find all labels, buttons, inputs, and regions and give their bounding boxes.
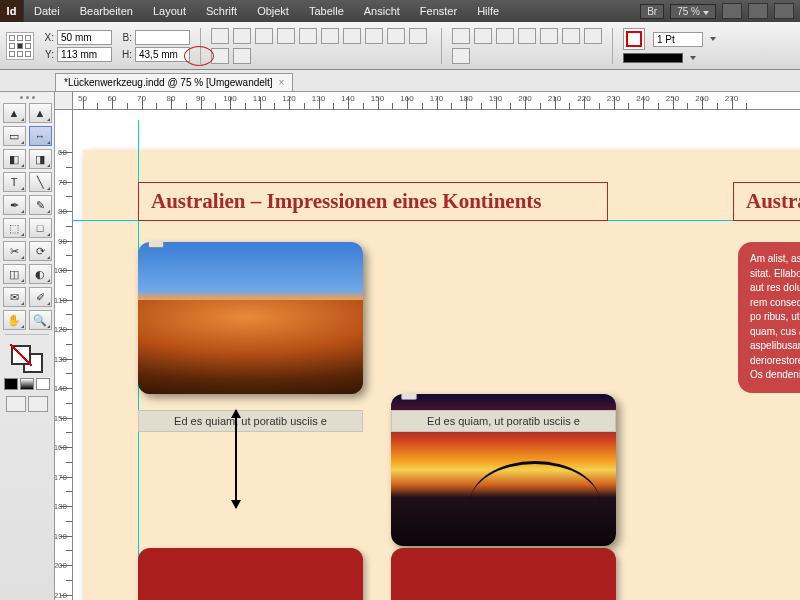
menu-schrift[interactable]: Schrift bbox=[196, 1, 247, 21]
tool-gradient-swatch[interactable]: ◫ bbox=[3, 264, 26, 284]
menu-ansicht[interactable]: Ansicht bbox=[354, 1, 410, 21]
transform-icons bbox=[211, 28, 431, 64]
menu-datei[interactable]: Datei bbox=[24, 1, 70, 21]
fill-stroke-swatch[interactable] bbox=[9, 343, 45, 375]
menu-layout[interactable]: Layout bbox=[143, 1, 196, 21]
apply-gradient-icon[interactable] bbox=[20, 378, 34, 390]
page-title: Australien – Impressionen eines Kontinen… bbox=[151, 189, 541, 213]
canvas[interactable]: 5060708090100110120130140150160170180190… bbox=[55, 92, 800, 600]
tool-content-placer[interactable]: ◨ bbox=[29, 149, 52, 169]
scale-x-icon[interactable] bbox=[211, 28, 229, 44]
rotate-icon[interactable] bbox=[255, 28, 273, 44]
flip-h-icon[interactable] bbox=[343, 28, 361, 44]
stroke-color-swatch[interactable] bbox=[623, 53, 683, 63]
y-label: Y: bbox=[40, 49, 54, 60]
menu-hilfe[interactable]: Hilfe bbox=[467, 1, 509, 21]
caption-frame-2[interactable]: Ed es quiam, ut poratib usciis e bbox=[391, 410, 616, 432]
fill-frame-icon[interactable] bbox=[233, 48, 251, 64]
zoom-dropdown[interactable]: 75 % bbox=[670, 4, 716, 19]
panel-grip-icon[interactable] bbox=[20, 96, 35, 99]
stroke-weight-field[interactable] bbox=[653, 32, 703, 47]
horizontal-ruler[interactable]: 5060708090100110120130140150160170180190… bbox=[73, 92, 800, 110]
tool-gradient-feather[interactable]: ◐ bbox=[29, 264, 52, 284]
select-content-icon[interactable] bbox=[409, 28, 427, 44]
tool-scissors[interactable]: ✂ bbox=[3, 241, 26, 261]
height-field[interactable] bbox=[135, 47, 190, 62]
menu-tabelle[interactable]: Tabelle bbox=[299, 1, 354, 21]
red-frame-1[interactable] bbox=[138, 548, 363, 600]
title-frame[interactable]: Australien – Impressionen eines Kontinen… bbox=[138, 182, 608, 221]
toolbox: ▲▲▭↔◧◨T╲✒✎⬚□✂⟳◫◐✉✐✋🔍 bbox=[0, 92, 55, 600]
reference-point-grid[interactable] bbox=[6, 32, 34, 60]
arrange-icon[interactable] bbox=[748, 3, 768, 19]
text-wrap-icon[interactable] bbox=[452, 28, 470, 44]
tool-gap[interactable]: ↔ bbox=[29, 126, 52, 146]
x-field[interactable] bbox=[57, 30, 112, 45]
caption-frame-1[interactable]: Ed es quiam, ut poratib usciis e bbox=[138, 410, 363, 432]
close-tab-icon[interactable]: × bbox=[279, 77, 285, 88]
control-bar: X: Y: B: H: bbox=[0, 22, 800, 70]
tool-pencil[interactable]: ✎ bbox=[29, 195, 52, 215]
scale-y-icon[interactable] bbox=[233, 28, 251, 44]
tool-pen[interactable]: ✒ bbox=[3, 195, 26, 215]
menubar: Id Datei Bearbeiten Layout Schrift Objek… bbox=[0, 0, 800, 22]
link-badge-icon[interactable] bbox=[148, 242, 164, 248]
menu-objekt[interactable]: Objekt bbox=[247, 1, 299, 21]
text-panel[interactable]: Am alist, as sitat. Ellabor aut res dolu… bbox=[738, 242, 800, 393]
distribute-icon[interactable] bbox=[452, 48, 470, 64]
document-tab-title: *Lückenwerkzeug.indd @ 75 % [Umgewandelt… bbox=[64, 77, 273, 88]
apply-none-icon[interactable] bbox=[36, 378, 50, 390]
preview-view-icon[interactable] bbox=[28, 396, 48, 412]
shear-icon[interactable] bbox=[277, 28, 295, 44]
menu-fenster[interactable]: Fenster bbox=[410, 1, 467, 21]
apply-color-icon[interactable] bbox=[4, 378, 18, 390]
tool-hand[interactable]: ✋ bbox=[3, 310, 26, 330]
tool-page[interactable]: ▭ bbox=[3, 126, 26, 146]
tool-free-transform[interactable]: ⟳ bbox=[29, 241, 52, 261]
y-field[interactable] bbox=[57, 47, 112, 62]
tool-content-collector[interactable]: ◧ bbox=[3, 149, 26, 169]
select-container-icon[interactable] bbox=[387, 28, 405, 44]
tool-eyedropper[interactable]: ✐ bbox=[29, 287, 52, 307]
caption-1: Ed es quiam, ut poratib usciis e bbox=[174, 415, 327, 427]
document-tab[interactable]: *Lückenwerkzeug.indd @ 75 % [Umgewandelt… bbox=[55, 73, 293, 91]
width-field[interactable] bbox=[135, 30, 190, 45]
align-icon[interactable] bbox=[562, 28, 580, 44]
red-frame-2[interactable] bbox=[391, 548, 616, 600]
link-badge-icon[interactable] bbox=[401, 394, 417, 400]
rotate-90-cw-icon[interactable] bbox=[299, 28, 317, 44]
tool-rectangle[interactable]: □ bbox=[29, 218, 52, 238]
tool-rectangle-frame[interactable]: ⬚ bbox=[3, 218, 26, 238]
page-spread: Australien – Impressionen eines Kontinen… bbox=[83, 150, 800, 600]
bridge-button[interactable]: Br bbox=[640, 4, 664, 19]
tool-selection[interactable]: ▲ bbox=[3, 103, 26, 123]
normal-view-icon[interactable] bbox=[6, 396, 26, 412]
corner-options-icon[interactable] bbox=[474, 28, 492, 44]
document-tabs: *Lückenwerkzeug.indd @ 75 % [Umgewandelt… bbox=[0, 70, 800, 92]
rotate-90-ccw-icon[interactable] bbox=[321, 28, 339, 44]
title-frame-2[interactable]: Austra bbox=[733, 182, 800, 221]
vertical-ruler[interactable]: 6070809010011012013014015016017018019020… bbox=[55, 110, 73, 600]
tool-direct-select[interactable]: ▲ bbox=[29, 103, 52, 123]
image-frame-1[interactable] bbox=[138, 242, 363, 394]
tool-line[interactable]: ╲ bbox=[29, 172, 52, 192]
pathfinder-icon[interactable] bbox=[584, 28, 602, 44]
object-icons bbox=[452, 28, 602, 64]
app-badge: Id bbox=[0, 0, 24, 22]
h-label: H: bbox=[118, 49, 132, 60]
effects-icon[interactable] bbox=[496, 28, 514, 44]
menu-bearbeiten[interactable]: Bearbeiten bbox=[70, 1, 143, 21]
flip-v-icon[interactable] bbox=[365, 28, 383, 44]
tool-zoom[interactable]: 🔍 bbox=[29, 310, 52, 330]
screen-mode-icon[interactable] bbox=[722, 3, 742, 19]
drop-shadow-icon[interactable] bbox=[540, 28, 558, 44]
tool-note[interactable]: ✉ bbox=[3, 287, 26, 307]
tool-type[interactable]: T bbox=[3, 172, 26, 192]
workspace-icon[interactable] bbox=[774, 3, 794, 19]
main-menu: Datei Bearbeiten Layout Schrift Objekt T… bbox=[24, 1, 509, 21]
page-title-2: Austra bbox=[746, 189, 800, 213]
opacity-icon[interactable] bbox=[518, 28, 536, 44]
fit-content-icon[interactable] bbox=[211, 48, 229, 64]
ruler-origin[interactable] bbox=[55, 92, 73, 110]
fill-stroke-proxy[interactable] bbox=[623, 28, 645, 50]
